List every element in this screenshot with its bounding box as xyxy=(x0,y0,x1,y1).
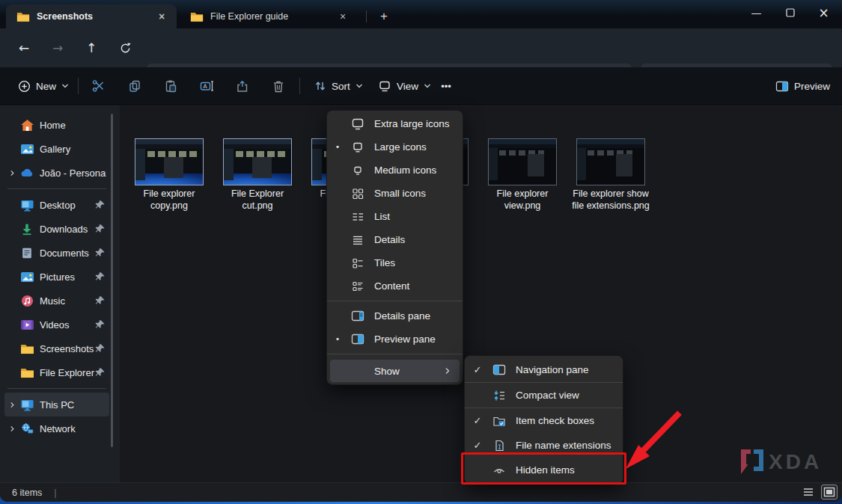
up-button[interactable]: ↑ xyxy=(78,36,105,60)
back-button[interactable]: ← xyxy=(10,36,37,60)
refresh-button[interactable] xyxy=(112,36,138,60)
menu-item-small-icons[interactable]: Small icons xyxy=(327,182,463,205)
hidden-items-highlight-box xyxy=(461,452,626,485)
share-button[interactable] xyxy=(228,73,257,99)
menu-item-content[interactable]: Content xyxy=(327,274,463,298)
sidebar-item-pictures[interactable]: Pictures xyxy=(4,265,109,289)
clipboard-icon xyxy=(164,79,177,93)
preview-pane-icon xyxy=(348,334,367,345)
preview-button[interactable]: Preview xyxy=(768,73,838,99)
sidebar-item-screenshots[interactable]: Screenshots xyxy=(4,336,109,360)
rename-button[interactable] xyxy=(192,73,222,99)
menu-item-medium-icons[interactable]: Medium icons xyxy=(327,159,463,182)
tab-screenshots[interactable]: Screenshots × xyxy=(6,4,177,28)
sidebar-item-label: Screenshots xyxy=(40,343,94,354)
folder-icon xyxy=(19,343,34,354)
forward-button[interactable]: → xyxy=(44,36,71,60)
menu-item-tiles[interactable]: Tiles xyxy=(327,251,463,274)
desktop-icon xyxy=(19,199,34,212)
navigation-pane: Home Gallery João - Personal Desktop xyxy=(0,105,120,485)
menu-item-show[interactable]: Show xyxy=(330,360,460,382)
copy-icon xyxy=(128,79,141,93)
sidebar-separator xyxy=(4,185,109,193)
paste-button[interactable] xyxy=(156,73,186,99)
more-options-button[interactable]: ••• xyxy=(431,73,461,99)
new-tab-button[interactable]: + xyxy=(374,7,394,26)
sidebar-item-music[interactable]: Music xyxy=(4,289,109,313)
sort-button[interactable]: Sort xyxy=(307,73,370,99)
copy-button[interactable] xyxy=(120,73,150,99)
sidebar-item-gallery[interactable]: Gallery xyxy=(4,137,109,161)
sidebar-item-documents[interactable]: Documents xyxy=(4,241,109,265)
details-view-toggle[interactable] xyxy=(800,485,817,500)
folder-icon xyxy=(16,11,30,22)
chevron-right-icon[interactable] xyxy=(6,402,18,408)
file-thumbnail[interactable] xyxy=(135,138,204,185)
onedrive-icon xyxy=(19,168,34,178)
chevron-right-icon xyxy=(445,367,451,375)
sidebar-item-videos[interactable]: Videos xyxy=(4,313,109,336)
sidebar-item-file-explorer[interactable]: File Explorer xyxy=(4,360,109,384)
menu-item-list[interactable]: List xyxy=(327,205,463,228)
sidebar-item-label: Network xyxy=(40,423,106,434)
cut-button[interactable] xyxy=(84,73,114,99)
sidebar-item-desktop[interactable]: Desktop xyxy=(4,193,109,217)
scissors-icon xyxy=(92,80,106,92)
new-button[interactable]: New xyxy=(10,73,76,99)
sidebar-item-network[interactable]: Network xyxy=(4,417,109,440)
menu-item-details-pane[interactable]: Details pane xyxy=(327,304,463,328)
menu-item-extra-large-icons[interactable]: Extra large icons xyxy=(327,112,463,135)
maximize-button[interactable] xyxy=(773,0,807,25)
command-toolbar: New Sort View ••• Preview xyxy=(0,67,842,105)
sidebar-scrollbar[interactable] xyxy=(111,114,113,447)
close-button[interactable]: × xyxy=(807,0,841,25)
selected-bullet: • xyxy=(327,142,348,152)
pin-icon xyxy=(94,295,106,306)
delete-button[interactable] xyxy=(263,73,293,99)
file-thumbnail[interactable] xyxy=(488,138,557,185)
share-icon xyxy=(236,80,249,93)
view-dropdown-menu: Extra large icons • Large icons Medium i… xyxy=(326,110,463,385)
extra-large-icons-icon xyxy=(348,118,367,130)
sidebar-item-home[interactable]: Home xyxy=(4,113,109,137)
sidebar-item-downloads[interactable]: Downloads xyxy=(4,217,109,241)
sidebar-item-onedrive-personal[interactable]: João - Personal xyxy=(4,161,109,185)
menu-item-details[interactable]: Details xyxy=(327,228,463,251)
checkmark-icon: ✓ xyxy=(465,364,490,375)
submenu-item-compact-view[interactable]: Compact view xyxy=(465,383,623,408)
minimize-button[interactable]: — xyxy=(739,0,773,25)
tab-close-icon[interactable]: × xyxy=(335,9,350,24)
tab-file-explorer-guide[interactable]: File Explorer guide × xyxy=(180,4,358,28)
chevron-down-icon xyxy=(356,83,363,89)
menu-item-large-icons[interactable]: • Large icons xyxy=(327,135,463,159)
tab-close-icon[interactable]: × xyxy=(154,9,169,24)
compact-view-icon xyxy=(490,390,508,402)
sidebar-item-label: Gallery xyxy=(40,144,106,155)
sidebar-separator xyxy=(4,384,109,393)
large-icons-icon xyxy=(348,141,367,153)
submenu-item-item-check-boxes[interactable]: ✓ Item check boxes xyxy=(465,408,623,433)
submenu-item-navigation-pane[interactable]: ✓ Navigation pane xyxy=(465,357,623,382)
tab-label: Screenshots xyxy=(37,11,147,22)
thumbnail-view-toggle[interactable] xyxy=(821,485,838,500)
details-view-icon xyxy=(348,234,367,246)
xda-right-bracket xyxy=(754,449,763,471)
view-button[interactable]: View xyxy=(370,73,439,99)
sidebar-item-label: Documents xyxy=(40,248,94,259)
list-view-icon xyxy=(348,211,367,223)
pin-icon xyxy=(94,200,106,210)
new-label: New xyxy=(36,81,56,92)
checkmark-icon: ✓ xyxy=(465,440,490,451)
file-thumbnail[interactable] xyxy=(223,138,292,185)
file-thumbnail[interactable] xyxy=(576,138,645,185)
view-icon xyxy=(378,80,391,92)
pin-icon xyxy=(94,271,106,282)
sidebar-item-this-pc[interactable]: This PC xyxy=(4,393,109,417)
chevron-right-icon[interactable] xyxy=(6,170,18,176)
documents-icon xyxy=(19,247,34,259)
item-count: 6 items xyxy=(12,488,42,498)
chevron-right-icon[interactable] xyxy=(6,425,18,432)
network-icon xyxy=(19,422,34,435)
menu-item-preview-pane[interactable]: • Preview pane xyxy=(327,328,463,351)
plus-circle-icon xyxy=(18,80,31,93)
